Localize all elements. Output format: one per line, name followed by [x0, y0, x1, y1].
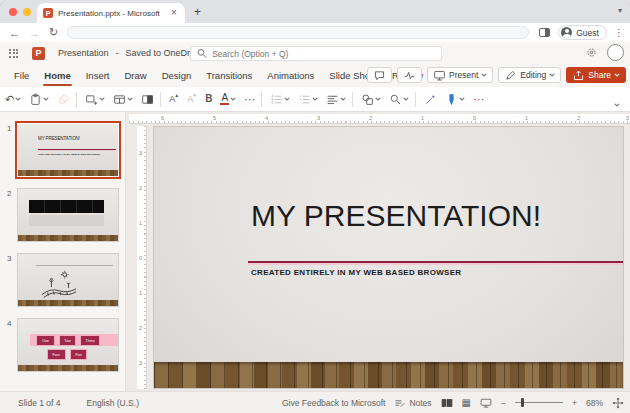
- slide-number: 1: [7, 124, 11, 133]
- designer-button[interactable]: [138, 92, 157, 107]
- slide-canvas[interactable]: MY PRESENTATION! CREATED ENTIRELY IN MY …: [154, 127, 623, 388]
- slideshow-view-button[interactable]: [480, 397, 492, 409]
- editing-label: Editing: [520, 70, 546, 80]
- present-button[interactable]: Present: [427, 67, 493, 83]
- slide-sorter-view-button[interactable]: ▦: [462, 397, 471, 408]
- reload-icon[interactable]: ↻: [49, 26, 58, 39]
- account-avatar[interactable]: [607, 44, 624, 61]
- chevron-down-icon: [43, 97, 49, 101]
- magic-wand-button[interactable]: [421, 92, 440, 107]
- minimize-window-button[interactable]: [23, 8, 31, 16]
- zoom-out-button[interactable]: −: [501, 398, 506, 408]
- gear-icon[interactable]: [585, 46, 598, 59]
- slide-thumbnail-2[interactable]: [18, 189, 118, 241]
- search-box[interactable]: [190, 46, 442, 61]
- find-button[interactable]: [386, 92, 412, 107]
- share-icon: [572, 69, 585, 82]
- app-launcher-icon[interactable]: [9, 49, 18, 58]
- align-button[interactable]: [323, 92, 349, 107]
- editing-canvas: 6 5 4 3 2 1 0 1 2 3 3 2 1 0 1 2 3 MY PRE…: [125, 112, 630, 391]
- paintbrush-icon: [57, 93, 70, 106]
- paste-button[interactable]: [26, 92, 52, 107]
- browser-tab[interactable]: P Presentation.pptx - Microsoft ×: [37, 3, 185, 23]
- slide-title-textbox[interactable]: MY PRESENTATION!: [251, 199, 541, 233]
- more-commands-button[interactable]: ⋯: [470, 92, 487, 106]
- zoom-slider[interactable]: [515, 402, 563, 403]
- comments-button[interactable]: [367, 67, 392, 83]
- document-title: Presentation: [58, 48, 109, 58]
- chevron-down-icon: [340, 97, 346, 101]
- fit-to-window-button[interactable]: [612, 397, 624, 409]
- menu-bar: File Home Insert Draw Design Transitions…: [0, 64, 630, 87]
- decrease-font-button[interactable]: A▼: [184, 93, 200, 105]
- increase-font-button[interactable]: A▲: [166, 93, 182, 105]
- wood-floor-graphic: [18, 235, 118, 241]
- notes-icon: [394, 397, 406, 409]
- feedback-link[interactable]: Give Feedback to Microsoft: [282, 398, 385, 408]
- tab-title: Presentation.pptx - Microsoft: [58, 9, 166, 18]
- powerpoint-logo[interactable]: P: [32, 47, 45, 60]
- browser-tab-strip: P Presentation.pptx - Microsoft × + ▾: [0, 0, 630, 23]
- new-tab-button[interactable]: +: [194, 5, 201, 19]
- table-graphic: [29, 200, 104, 213]
- new-slide-icon: [85, 93, 98, 106]
- menu-file[interactable]: File: [13, 68, 30, 83]
- chevron-down-icon: [312, 97, 318, 101]
- browser-menu-icon[interactable]: ⋮: [614, 27, 624, 38]
- status-bar: Slide 1 of 4 English (U.S.) Give Feedbac…: [0, 391, 630, 413]
- activity-button[interactable]: [397, 67, 422, 83]
- undo-button[interactable]: ↶: [2, 92, 24, 106]
- menu-insert[interactable]: Insert: [85, 68, 111, 83]
- side-panel-icon[interactable]: [539, 28, 550, 37]
- shapes-button[interactable]: [358, 92, 384, 107]
- format-painter-button[interactable]: [54, 92, 73, 107]
- normal-view-button[interactable]: [441, 397, 453, 409]
- address-bar[interactable]: [67, 26, 529, 39]
- more-font-options-button[interactable]: ⋯: [241, 92, 258, 106]
- zoom-slider-handle[interactable]: [521, 398, 524, 407]
- menu-animations[interactable]: Animations: [266, 68, 315, 83]
- zoom-level-label[interactable]: 68%: [586, 398, 603, 408]
- slide-thumbnail-1[interactable]: MY PRESENTATION! CREATED ENTIRELY IN MY …: [18, 124, 118, 176]
- slide-subtitle-textbox[interactable]: CREATED ENTIRELY IN MY WEB BASED BROWSER: [251, 268, 461, 277]
- slide-number: 2: [7, 189, 11, 198]
- collapse-ribbon-button[interactable]: [614, 93, 620, 111]
- zoom-in-button[interactable]: +: [572, 398, 577, 408]
- notes-button[interactable]: Notes: [394, 397, 431, 409]
- font-color-button[interactable]: A: [217, 92, 239, 106]
- back-icon[interactable]: ←: [9, 27, 20, 39]
- font-color-icon: A: [220, 93, 229, 105]
- forward-icon[interactable]: →: [29, 27, 40, 39]
- tab-close-icon[interactable]: ×: [171, 8, 177, 18]
- horizontal-ruler: 6 5 4 3 2 1 0 1 2 3: [129, 114, 630, 124]
- chevron-down-icon: [284, 97, 290, 101]
- numbering-button[interactable]: [295, 92, 321, 107]
- pen-icon: [445, 93, 458, 106]
- close-window-button[interactable]: [9, 8, 17, 16]
- slide-thumbnail-3[interactable]: [18, 254, 118, 306]
- bullets-button[interactable]: [267, 92, 293, 107]
- profile-button[interactable]: Guest: [558, 25, 607, 40]
- chevron-down-icon: [481, 73, 487, 77]
- new-slide-button[interactable]: [82, 92, 108, 107]
- slide-thumbnail-4[interactable]: One Two Three Four Five: [18, 319, 118, 371]
- chevron-down-icon: [459, 97, 465, 101]
- tab-search-chevron-icon[interactable]: ▾: [618, 6, 622, 15]
- ink-pen-button[interactable]: [442, 92, 468, 107]
- chevron-down-icon: [375, 97, 381, 101]
- align-text-icon: [326, 93, 339, 106]
- chevron-down-icon: [549, 73, 555, 77]
- menu-draw[interactable]: Draw: [123, 68, 147, 83]
- bold-button[interactable]: B: [202, 92, 215, 106]
- chevron-down-icon: [230, 97, 236, 101]
- editing-mode-button[interactable]: Editing: [498, 67, 561, 83]
- layout-button[interactable]: [110, 92, 136, 107]
- share-button[interactable]: Share: [566, 67, 626, 83]
- notes-label: Notes: [409, 398, 431, 408]
- menu-home[interactable]: Home: [43, 68, 71, 83]
- search-input[interactable]: [212, 49, 436, 59]
- menu-design[interactable]: Design: [161, 68, 193, 83]
- language-label[interactable]: English (U.S.): [87, 398, 139, 408]
- chevron-down-icon: [15, 97, 21, 101]
- menu-transitions[interactable]: Transitions: [205, 68, 253, 83]
